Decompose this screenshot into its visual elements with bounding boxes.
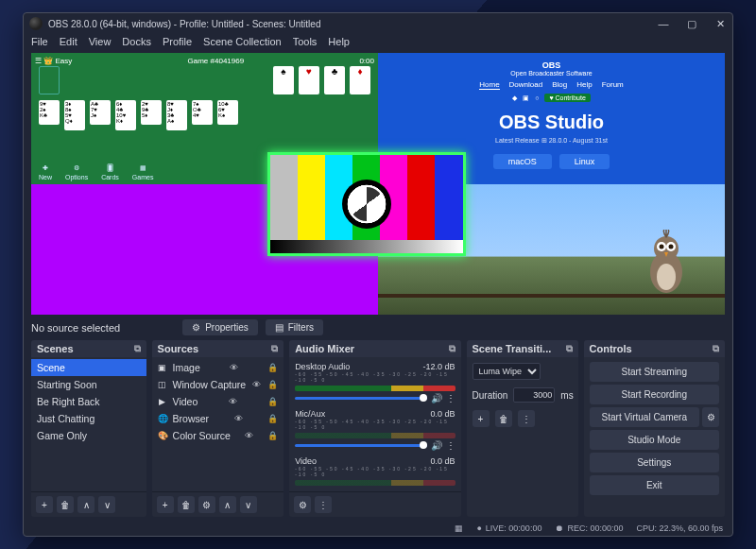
controls-title: Controls <box>590 343 632 354</box>
menu-tools[interactable]: Tools <box>293 36 318 47</box>
visibility-icon[interactable]: 👁 <box>229 397 237 406</box>
mixer-track: Mic/Aux0.0 dB -60 -55 -50 -45 -40 -35 -3… <box>289 406 460 454</box>
settings-button[interactable]: Settings <box>590 453 720 472</box>
audio-meter <box>295 433 455 438</box>
mixer-track: Video0.0 dB -60 -55 -50 -45 -40 -35 -30 … <box>289 454 460 489</box>
menu-edit[interactable]: Edit <box>60 36 77 47</box>
palette-icon: 🎨 <box>158 431 167 440</box>
source-item[interactable]: ▣Image👁🔒 <box>152 359 284 376</box>
status-network-icon: ▦ <box>455 523 463 533</box>
audio-meter <box>295 386 455 391</box>
menu-help[interactable]: Help <box>328 36 350 47</box>
filters-button[interactable]: ▤Filters <box>266 319 323 335</box>
svg-point-4 <box>660 245 664 249</box>
lock-icon[interactable]: 🔒 <box>267 431 278 440</box>
menu-docks[interactable]: Docks <box>122 36 151 47</box>
gear-icon: ⚙ <box>192 322 200 333</box>
add-scene-button[interactable]: + <box>36 496 53 513</box>
sources-panel: Sources⧉ ▣Image👁🔒 ◫Window Capture👁🔒 ▶Vid… <box>152 340 284 517</box>
transition-menu-button[interactable]: ⋮ <box>518 410 535 427</box>
filters-icon: ▤ <box>275 322 284 333</box>
transition-select[interactable]: Luma Wipe <box>472 363 541 380</box>
menu-file[interactable]: File <box>31 36 48 47</box>
close-button[interactable]: ✕ <box>713 18 727 30</box>
delete-transition-button[interactable]: 🗑 <box>495 410 512 427</box>
source-item[interactable]: 🌐Browser👁🔒 <box>152 410 284 427</box>
transitions-title: Scene Transiti... <box>472 343 552 354</box>
mixer-settings-button[interactable]: ⚙ <box>294 496 311 513</box>
status-cpu: CPU: 22.3%, 60.00 fps <box>636 523 723 533</box>
virtual-camera-settings-button[interactable]: ⚙ <box>702 407 719 427</box>
menu-profile[interactable]: Profile <box>163 36 192 47</box>
volume-slider[interactable] <box>295 397 426 400</box>
audio-mixer-panel: Audio Mixer⧉ Desktop Audio-12.0 dB -60 -… <box>289 340 460 517</box>
popout-icon[interactable]: ⧉ <box>566 343 573 354</box>
controls-panel: Controls⧉ Start Streaming Start Recordin… <box>584 340 726 517</box>
delete-scene-button[interactable]: 🗑 <box>57 496 74 513</box>
obs-logo-icon <box>342 180 391 229</box>
duration-label: Duration <box>472 390 508 401</box>
start-virtual-camera-button[interactable]: Start Virtual Camera <box>590 407 700 427</box>
duration-input[interactable] <box>513 387 555 403</box>
scene-item[interactable]: Be Right Back <box>31 393 146 410</box>
popout-icon[interactable]: ⧉ <box>449 343 455 354</box>
start-streaming-button[interactable]: Start Streaming <box>590 362 720 382</box>
source-item[interactable]: ◫Window Capture👁🔒 <box>152 376 284 393</box>
delete-source-button[interactable]: 🗑 <box>178 496 195 513</box>
window-title: OBS 28.0.0 (64-bit, windows) - Profile: … <box>48 19 320 29</box>
track-menu-icon[interactable]: ⋮ <box>446 440 455 451</box>
studio-mode-button[interactable]: Studio Mode <box>590 430 720 450</box>
window-buttons: — ▢ ✕ <box>657 18 727 30</box>
titlebar: OBS 28.0.0 (64-bit, windows) - Profile: … <box>24 13 732 34</box>
speaker-icon[interactable]: 🔊 <box>431 393 442 403</box>
lock-icon[interactable]: 🔒 <box>267 380 278 389</box>
source-up-button[interactable]: ∧ <box>219 496 236 513</box>
scene-down-button[interactable]: ∨ <box>98 496 115 513</box>
image-icon: ▣ <box>158 363 167 372</box>
visibility-icon[interactable]: 👁 <box>252 380 261 389</box>
exit-button[interactable]: Exit <box>590 475 720 495</box>
start-recording-button[interactable]: Start Recording <box>590 385 720 404</box>
play-icon: ▶ <box>158 397 167 406</box>
visibility-icon[interactable]: 👁 <box>234 414 243 423</box>
popout-icon[interactable]: ⧉ <box>713 343 719 354</box>
preview-color-bars <box>267 152 466 256</box>
source-down-button[interactable]: ∨ <box>240 496 257 513</box>
speaker-icon[interactable]: 🔊 <box>431 440 442 451</box>
source-item[interactable]: ▶Video👁🔒 <box>152 393 284 410</box>
scene-item[interactable]: Game Only <box>31 427 146 444</box>
minimize-button[interactable]: — <box>657 18 670 30</box>
status-rec: ⏺ REC: 00:00:00 <box>555 523 623 533</box>
mixer-menu-button[interactable]: ⋮ <box>315 496 332 513</box>
properties-button[interactable]: ⚙Properties <box>182 319 258 335</box>
track-menu-icon[interactable]: ⋮ <box>446 393 455 403</box>
source-properties-button[interactable]: ⚙ <box>198 496 215 513</box>
popout-icon[interactable]: ⧉ <box>271 343 278 354</box>
lock-icon[interactable]: 🔒 <box>267 397 278 406</box>
source-item[interactable]: 🎨Color Source👁🔒 <box>152 427 284 444</box>
menubar: File Edit View Docks Profile Scene Colle… <box>24 34 732 53</box>
audio-meter <box>295 480 455 486</box>
scene-item[interactable]: Just Chatting <box>31 410 146 427</box>
app-window: OBS 28.0.0 (64-bit, windows) - Profile: … <box>23 12 733 537</box>
bird-illustration <box>638 230 695 296</box>
scene-item[interactable]: Starting Soon <box>31 376 146 393</box>
svg-point-1 <box>657 264 676 290</box>
maximize-button[interactable]: ▢ <box>685 18 698 30</box>
lock-icon[interactable]: 🔒 <box>267 363 278 372</box>
scenes-title: Scenes <box>37 343 74 354</box>
visibility-icon[interactable]: 👁 <box>245 431 253 440</box>
visibility-icon[interactable]: 👁 <box>230 363 238 372</box>
volume-slider[interactable] <box>295 444 426 447</box>
menu-view[interactable]: View <box>89 36 112 47</box>
scene-up-button[interactable]: ∧ <box>77 496 94 513</box>
menu-scene-collection[interactable]: Scene Collection <box>203 36 282 47</box>
popout-icon[interactable]: ⧉ <box>134 343 141 354</box>
scene-item[interactable]: Scene <box>31 359 146 376</box>
add-source-button[interactable]: + <box>157 496 174 513</box>
scenes-panel: Scenes⧉ Scene Starting Soon Be Right Bac… <box>31 340 146 517</box>
obs-app-icon <box>29 17 43 30</box>
add-transition-button[interactable]: + <box>472 410 490 427</box>
lock-icon[interactable]: 🔒 <box>267 414 278 423</box>
preview-canvas[interactable]: ☰ 👑 Easy Game #4041969 0:00 ♠ ♥ ♣ ♦ 9♥2♠… <box>31 53 725 315</box>
